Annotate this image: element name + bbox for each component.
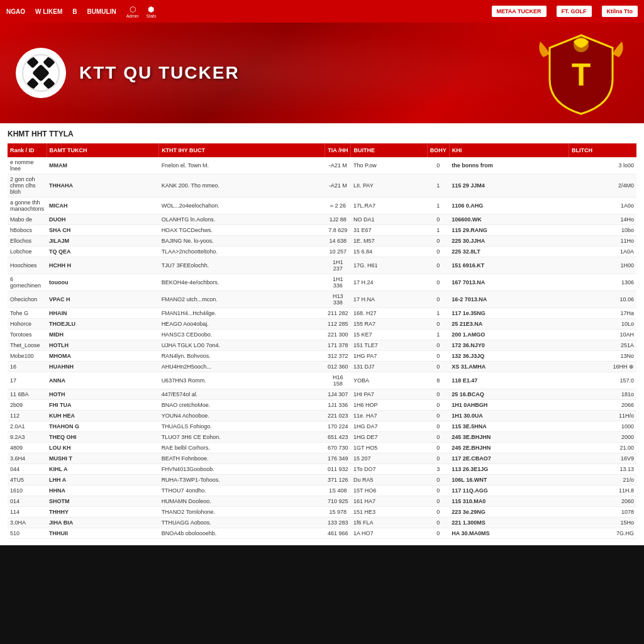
cell-stat2: 8: [427, 372, 449, 389]
cell-score: 151 6916.KT: [449, 257, 569, 274]
cell-n1: 710 925: [325, 496, 351, 507]
table-row: Thet_Loose HOTLH UJHA TGLK LO0 7on4. 171…: [8, 340, 636, 351]
cell-name: DUOH: [47, 214, 159, 225]
page-header: KHMT HHT TTYLA: [8, 130, 636, 138]
cell-team: BEATH Fohnbooe.: [159, 453, 325, 464]
cell-team: Fnelon el. Town M.: [159, 157, 325, 174]
cell-stat1: 17G. H61: [351, 257, 427, 274]
table-row: 2.0A1 THAHON G THUAGLS Fohiogo. 170 224 …: [8, 421, 636, 432]
btn-meta[interactable]: METAA TUCKER: [492, 6, 547, 17]
cell-tto: 21.00: [569, 443, 636, 453]
cell-rank: Ohecichon: [8, 291, 47, 308]
table-row: 4809 LOU KH RAE belbl Corhors. 670 730 1…: [8, 443, 636, 453]
cell-score: 115 310.MA0: [449, 496, 569, 507]
cell-tto: 14Ho: [569, 214, 636, 225]
hero-title: Ktt Qu Tucker: [79, 63, 240, 83]
cell-tto: 2060: [569, 496, 636, 507]
cell-name: LHH A: [47, 475, 159, 486]
cell-name: MICAH: [47, 197, 159, 214]
cell-stat2: 0: [427, 507, 449, 518]
cell-tto: 2/4M0: [569, 174, 636, 197]
cell-team: BNOA4b oboloooehb.: [159, 528, 325, 539]
cell-name: THAHON G: [47, 421, 159, 432]
cell-stat1: 15 KE7: [351, 330, 427, 340]
cell-stat2: 0: [427, 443, 449, 453]
cell-score: HA 30.MA0MS: [449, 528, 569, 539]
cell-rank: 4TU5: [8, 475, 47, 486]
cell-stat1: 151 TLE7: [351, 340, 427, 351]
cell-team: BAJING Ne. lo-yoos.: [159, 236, 325, 247]
cell-team: HANSC3 CEDoobo.: [159, 330, 325, 340]
cell-score: 245 3E.BHJHN: [449, 432, 569, 443]
cell-score: 115 29.RANG: [449, 225, 569, 236]
col-header-team: KTHT IHY BUCT: [159, 143, 325, 157]
nav-icon-stats[interactable]: ⬢ Stats: [147, 5, 157, 18]
cell-stat2: 0: [427, 400, 449, 411]
cell-stat1: YOBA: [351, 372, 427, 389]
cell-stat1: 1f6 FLA: [351, 518, 427, 528]
cell-score: 167 7013.NA: [449, 274, 569, 291]
cell-score: 106600.WK: [449, 214, 569, 225]
cell-stat2: 0: [427, 274, 449, 291]
stats-label: Stats: [147, 14, 157, 18]
cell-n1: H16 158: [325, 372, 351, 389]
nav-icon-admin[interactable]: ⬡ Admin: [126, 5, 139, 18]
btn-ftgolf[interactable]: FT. GOLF: [557, 6, 592, 17]
col-header-stat2: BOHY: [427, 143, 449, 157]
cell-stat2: 1: [427, 197, 449, 214]
cell-name: HHAIN: [47, 308, 159, 319]
cell-name: HHNA: [47, 486, 159, 496]
cell-rank: Torotoes: [8, 330, 47, 340]
cell-tto: 1000: [569, 421, 636, 432]
cell-rank: Mabo de: [8, 214, 47, 225]
cell-n1: 371 126: [325, 475, 351, 486]
table-header-row: Rank / ID BAMT TUKCH KTHT IHY BUCT TIA /…: [8, 143, 636, 157]
cell-stat1: 1HI PA7: [351, 389, 427, 400]
nav-bumulin[interactable]: BUMULIN: [87, 8, 116, 15]
cell-score: the bonns from: [449, 157, 569, 174]
cell-n1: 133 283: [325, 518, 351, 528]
cell-rank: 17: [8, 372, 47, 389]
cell-score: XS 31.AMHA: [449, 362, 569, 372]
nav-b[interactable]: B: [72, 8, 77, 15]
cell-stat2: 0: [427, 291, 449, 308]
cell-name: VPAC H: [47, 291, 159, 308]
cell-team: AHU4Hn2H5ooch...: [159, 362, 325, 372]
cell-stat2: 1: [427, 225, 449, 236]
cell-tto: 16V9: [569, 453, 636, 464]
col-header-name: BAMT TUKCH: [47, 143, 159, 157]
table-row: 17 ANNA U637HN3 Romm. H16 158 YOBA 8 118…: [8, 372, 636, 389]
cell-rank: 044: [8, 464, 47, 475]
cell-name: MUSHI T: [47, 453, 159, 464]
cell-stat1: 17 H.24: [351, 274, 427, 291]
cell-rank: 2 gon coh chmn clhs bloh: [8, 174, 47, 197]
svg-text:T: T: [572, 57, 591, 92]
table-row: 11 6BA HOTH 447/E574ol al. 1J4 307 1HI P…: [8, 389, 636, 400]
cell-team: FMANO2 utch...mcon.: [159, 291, 325, 308]
cell-n1: 170 224: [325, 421, 351, 432]
stats-icon: ⬢: [148, 5, 154, 14]
cell-team: RAN4lyn. Bohvoos.: [159, 351, 325, 362]
cell-stat1: 1HG PA7: [351, 351, 427, 362]
cell-rank: 3.6H4: [8, 453, 47, 464]
cell-n1: 1J1 336: [325, 400, 351, 411]
cell-name: KIHL A: [47, 464, 159, 475]
cell-stat2: 0: [427, 351, 449, 362]
cell-tto: 1A0o: [569, 197, 636, 214]
table-row: 9.2A3 THEQ OHI TLUO7 3H6 CE Eohon. 651 4…: [8, 432, 636, 443]
cell-name: MIDH: [47, 330, 159, 340]
cell-n1: 1J4 307: [325, 389, 351, 400]
cell-score: 117 11Q.AGG: [449, 486, 569, 496]
nav-ngao[interactable]: NGAO: [6, 8, 25, 15]
col-header-score: KHI: [449, 143, 569, 157]
cell-name: THOEJLU: [47, 319, 159, 330]
cell-stat1: 161 HA7: [351, 496, 427, 507]
btn-tto[interactable]: Ktilna Tto: [602, 6, 638, 17]
cell-team: 447/E574ol al.: [159, 389, 325, 400]
cell-score: 225 32.8LT: [449, 247, 569, 257]
cell-stat2: 0: [427, 411, 449, 421]
nav-wlikem[interactable]: W LIKEM: [35, 8, 62, 15]
cell-rank: 1610: [8, 486, 47, 496]
cell-score: 200 1.AMGO: [449, 330, 569, 340]
cell-n1: 1H1 336: [325, 274, 351, 291]
